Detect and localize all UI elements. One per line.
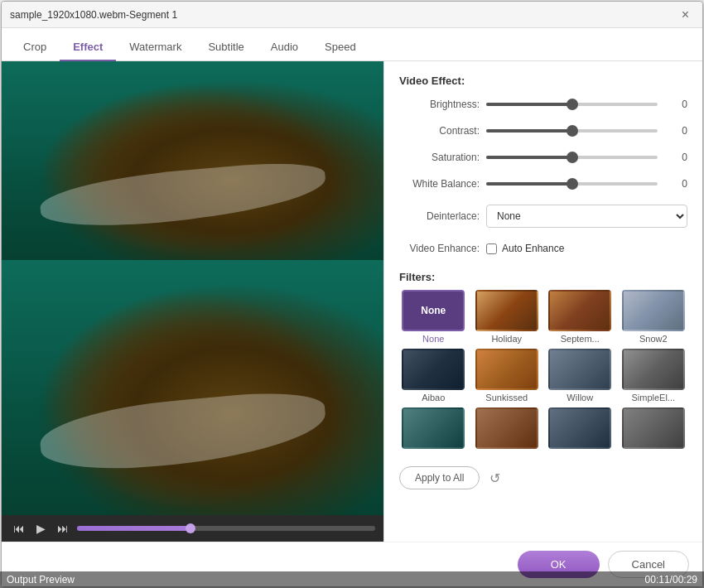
- filter-sunkissed-label: Sunkissed: [485, 393, 528, 402]
- filter-row3a[interactable]: [399, 407, 468, 451]
- contrast-fill: [486, 129, 572, 133]
- filter-willow-label: Willow: [567, 393, 593, 402]
- filter-simpleel[interactable]: SimpleEl...: [620, 349, 688, 402]
- white-balance-value: 0: [664, 178, 687, 190]
- filter-september-label: Septem...: [561, 334, 600, 344]
- saturation-slider[interactable]: [486, 156, 658, 159]
- filter-snow2[interactable]: Snow2: [620, 290, 688, 344]
- brightness-fill: [486, 103, 572, 106]
- saturation-thumb[interactable]: [567, 152, 578, 163]
- white-balance-label: White Balance:: [399, 178, 486, 190]
- saturation-fill: [486, 156, 572, 159]
- filter-row3b[interactable]: [473, 407, 542, 451]
- original-preview: [2, 61, 383, 260]
- filters-grid: None None Holiday: [399, 290, 687, 451]
- filter-row3a-thumb[interactable]: [402, 407, 465, 449]
- contrast-label: Contrast:: [399, 125, 486, 137]
- tab-bar: Crop Effect Watermark Subtitle Audio Spe…: [2, 28, 702, 61]
- filters-section: Filters: None None Holiday: [399, 271, 687, 451]
- filter-snow2-label: Snow2: [639, 334, 668, 344]
- deinterlace-label: Deinterlace:: [399, 210, 486, 222]
- reset-button[interactable]: ↺: [486, 467, 504, 489]
- deinterlace-row: Deinterlace: None Blend Discard Mean: [399, 205, 687, 228]
- white-balance-thumb[interactable]: [567, 178, 578, 190]
- title-bar: sample_1920x1080.webm-Segment 1 ×: [2, 2, 702, 28]
- filter-september-thumb[interactable]: [548, 290, 611, 331]
- contrast-thumb[interactable]: [567, 125, 578, 137]
- filter-holiday-thumb[interactable]: [475, 290, 538, 331]
- left-panel: Output Preview 00:11/00:29 ⏮ ▶ ⏭: [2, 61, 384, 542]
- next-icon: ⏭: [57, 522, 69, 535]
- brightness-row: Brightness: 0: [399, 99, 687, 110]
- filters-title: Filters:: [399, 271, 687, 283]
- filter-september[interactable]: Septem...: [546, 290, 615, 344]
- bottom-actions: Apply to All ↺: [399, 466, 687, 489]
- contrast-row: Contrast: 0: [399, 125, 687, 137]
- enhance-label: Video Enhance:: [399, 243, 486, 254]
- filter-row3b-thumb[interactable]: [475, 407, 538, 449]
- filter-row3c-thumb[interactable]: [548, 407, 611, 449]
- white-balance-slider[interactable]: [486, 182, 658, 186]
- tab-effect[interactable]: Effect: [60, 34, 116, 61]
- tab-subtitle[interactable]: Subtitle: [195, 34, 257, 61]
- saturation-value: 0: [664, 152, 687, 163]
- filter-willow[interactable]: Willow: [546, 349, 615, 402]
- filter-row3c[interactable]: [546, 407, 615, 451]
- output-preview: [2, 260, 383, 515]
- filter-snow2-thumb[interactable]: [622, 290, 685, 331]
- enhance-row: Video Enhance: Auto Enhance: [399, 243, 687, 254]
- saturation-label: Saturation:: [399, 152, 486, 163]
- brightness-label: Brightness:: [399, 99, 486, 110]
- reset-icon: ↺: [489, 471, 500, 485]
- tab-watermark[interactable]: Watermark: [116, 34, 195, 61]
- play-icon: ▶: [36, 522, 46, 535]
- playback-controls: ⏮ ▶ ⏭: [2, 515, 383, 542]
- filter-row3d[interactable]: [620, 407, 688, 451]
- deinterlace-select[interactable]: None Blend Discard Mean: [486, 205, 687, 228]
- progress-bar[interactable]: [77, 526, 375, 531]
- filter-aibao-thumb[interactable]: [402, 349, 465, 390]
- filter-aibao[interactable]: Aibao: [399, 349, 468, 402]
- filter-none-thumb[interactable]: None: [402, 290, 465, 331]
- filter-holiday[interactable]: Holiday: [473, 290, 542, 344]
- filter-willow-thumb[interactable]: [548, 349, 611, 390]
- filter-simpleel-label: SimpleEl...: [631, 393, 675, 402]
- filter-holiday-label: Holiday: [491, 334, 522, 344]
- auto-enhance-checkbox[interactable]: [486, 243, 497, 254]
- saturation-row: Saturation: 0: [399, 152, 687, 163]
- play-button[interactable]: ▶: [33, 520, 49, 537]
- filter-simpleel-thumb[interactable]: [622, 349, 685, 390]
- apply-all-button[interactable]: Apply to All: [399, 466, 480, 489]
- brightness-thumb[interactable]: [567, 99, 578, 110]
- progress-fill: [77, 526, 190, 531]
- filter-sunkissed[interactable]: Sunkissed: [473, 349, 542, 402]
- filter-none-label: None: [422, 334, 444, 344]
- auto-enhance-text: Auto Enhance: [502, 243, 564, 254]
- content-area: Output Preview 00:11/00:29 ⏮ ▶ ⏭: [2, 61, 702, 542]
- brightness-value: 0: [664, 99, 687, 110]
- filter-row3d-thumb[interactable]: [622, 407, 685, 449]
- tab-crop[interactable]: Crop: [10, 34, 60, 61]
- white-balance-row: White Balance: 0: [399, 178, 687, 190]
- contrast-slider[interactable]: [486, 129, 658, 133]
- prev-frame-button[interactable]: ⏮: [10, 520, 28, 537]
- right-panel: Video Effect: Brightness: 0 Contrast: 0: [384, 61, 702, 542]
- tab-audio[interactable]: Audio: [258, 34, 311, 61]
- video-effect-title: Video Effect:: [399, 75, 687, 87]
- window-title: sample_1920x1080.webm-Segment 1: [10, 9, 177, 21]
- prev-icon: ⏮: [13, 522, 25, 535]
- filter-none[interactable]: None None: [399, 290, 468, 344]
- tab-speed[interactable]: Speed: [311, 34, 369, 61]
- close-button[interactable]: ×: [677, 7, 694, 23]
- contrast-value: 0: [664, 125, 687, 137]
- white-balance-fill: [486, 182, 572, 186]
- brightness-slider[interactable]: [486, 103, 658, 106]
- progress-thumb[interactable]: [186, 523, 195, 533]
- filter-aibao-label: Aibao: [422, 393, 445, 402]
- filter-sunkissed-thumb[interactable]: [475, 349, 538, 390]
- auto-enhance-label[interactable]: Auto Enhance: [486, 243, 564, 254]
- next-frame-button[interactable]: ⏭: [54, 520, 72, 537]
- main-window: sample_1920x1080.webm-Segment 1 × Crop E…: [1, 1, 703, 587]
